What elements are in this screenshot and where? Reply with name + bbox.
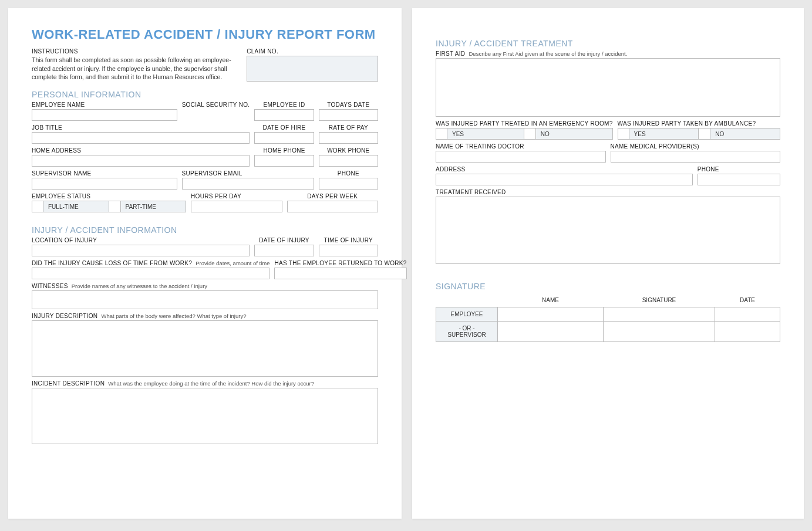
sig-col-signature: SIGNATURE — [604, 293, 715, 307]
supervisor-phone-input[interactable] — [319, 178, 378, 190]
er-yes-label: YES — [447, 128, 524, 140]
injury-desc-label: INJURY DESCRIPTION What parts of the bod… — [32, 313, 378, 319]
rate-of-pay-input[interactable] — [319, 132, 378, 144]
supervisor-phone-label: PHONE — [319, 170, 378, 177]
claim-no-label: CLAIM NO. — [247, 48, 378, 55]
work-phone-input[interactable] — [319, 155, 378, 167]
fulltime-label: FULL-TIME — [43, 201, 109, 212]
witnesses-input[interactable] — [32, 290, 378, 309]
first-aid-input[interactable] — [436, 58, 780, 117]
treatment-phone-label: PHONE — [698, 166, 780, 173]
date-of-hire-label: DATE OF HIRE — [254, 124, 314, 131]
returned-label: HAS THE EMPLOYEE RETURNED TO WORK? — [274, 260, 406, 266]
treatment-phone-input[interactable] — [698, 174, 780, 185]
home-phone-label: HOME PHONE — [254, 147, 314, 154]
signature-heading: SIGNATURE — [436, 282, 780, 291]
treatment-received-label: TREATMENT RECEIVED — [436, 189, 780, 195]
treatment-heading: INJURY / ACCIDENT TREATMENT — [436, 39, 780, 48]
employee-name-label: EMPLOYEE NAME — [32, 102, 177, 108]
er-question-label: WAS INJURED PARTY TREATED IN AN EMERGENC… — [436, 120, 613, 127]
job-title-input[interactable] — [32, 132, 250, 144]
work-phone-label: WORK PHONE — [319, 147, 378, 154]
parttime-label: PART-TIME — [121, 201, 187, 212]
form-title: WORK-RELATED ACCIDENT / INJURY REPORT FO… — [32, 27, 378, 42]
injury-heading: INJURY / ACCIDENT INFORMATION — [32, 225, 378, 235]
page-2: INJURY / ACCIDENT TREATMENT FIRST AID De… — [412, 8, 804, 519]
ambulance-question-label: WAS INJURED PARTY TAKEN BY AMBULANCE? — [618, 120, 780, 127]
date-of-hire-input[interactable] — [254, 132, 314, 144]
date-of-injury-label: DATE OF INJURY — [254, 237, 314, 243]
employee-id-label: EMPLOYEE ID — [254, 102, 314, 108]
sig-row-employee: EMPLOYEE — [436, 307, 498, 322]
days-per-week-input[interactable] — [287, 201, 378, 212]
supervisor-name-input[interactable] — [32, 178, 177, 190]
date-of-injury-input[interactable] — [254, 245, 314, 256]
sig-supervisor-name-input[interactable] — [498, 322, 604, 342]
amb-yes-checkbox[interactable] — [618, 128, 629, 140]
treatment-received-input[interactable] — [436, 197, 780, 264]
page-1: WORK-RELATED ACCIDENT / INJURY REPORT FO… — [8, 8, 402, 519]
job-title-label: JOB TITLE — [32, 124, 250, 131]
sig-row-supervisor: - OR - SUPERVISOR — [436, 322, 498, 342]
home-phone-input[interactable] — [254, 155, 314, 167]
sig-col-name: NAME — [498, 293, 604, 307]
time-of-injury-input[interactable] — [319, 245, 378, 256]
provider-label: NAME MEDICAL PROVIDER(S) — [611, 143, 781, 150]
days-per-week-label: DAYS PER WEEK — [287, 193, 378, 199]
supervisor-email-label: SUPERVISOR EMAIL — [182, 170, 314, 177]
parttime-checkbox[interactable] — [109, 201, 121, 212]
address-label: ADDRESS — [436, 166, 693, 173]
er-no-label: NO — [536, 128, 613, 140]
amb-no-label: NO — [710, 128, 780, 140]
er-yes-checkbox[interactable] — [436, 128, 447, 140]
instructions-label: INSTRUCTIONS — [32, 48, 242, 55]
employee-status-label: EMPLOYEE STATUS — [32, 193, 186, 199]
loss-time-label: DID THE INJURY CAUSE LOSS OF TIME FROM W… — [32, 260, 269, 266]
employee-id-input[interactable] — [254, 109, 314, 121]
home-address-label: HOME ADDRESS — [32, 147, 250, 154]
location-label: LOCATION OF INJURY — [32, 237, 250, 243]
sig-employee-date-input[interactable] — [715, 307, 780, 322]
claim-no-input[interactable] — [247, 56, 378, 82]
sig-col-date: DATE — [715, 293, 780, 307]
loss-time-input[interactable] — [32, 268, 269, 279]
provider-input[interactable] — [611, 151, 781, 163]
first-aid-label: FIRST AID Describe any First Aid given a… — [436, 50, 780, 57]
hours-per-day-label: HOURS PER DAY — [191, 193, 282, 199]
instructions-text: This form shall be completed as soon as … — [32, 56, 242, 81]
location-input[interactable] — [32, 245, 250, 256]
amb-no-checkbox[interactable] — [699, 128, 710, 140]
sig-employee-signature-input[interactable] — [604, 307, 715, 322]
home-address-input[interactable] — [32, 155, 250, 167]
fulltime-checkbox[interactable] — [32, 201, 43, 212]
incident-desc-input[interactable] — [32, 388, 378, 444]
doctor-label: NAME OF TREATING DOCTOR — [436, 143, 606, 150]
rate-of-pay-label: RATE OF PAY — [319, 124, 378, 131]
time-of-injury-label: TIME OF INJURY — [319, 237, 378, 243]
ssn-label: SOCIAL SECURITY NO. — [182, 102, 250, 108]
hours-per-day-input[interactable] — [191, 201, 282, 212]
todays-date-label: TODAYS DATE — [319, 102, 378, 108]
personal-heading: PERSONAL INFORMATION — [32, 90, 378, 99]
signature-table: NAME SIGNATURE DATE EMPLOYEE - OR - SUPE… — [436, 293, 780, 342]
sig-supervisor-date-input[interactable] — [715, 322, 780, 342]
returned-input[interactable] — [274, 268, 406, 279]
supervisor-email-input[interactable] — [182, 178, 314, 190]
address-input[interactable] — [436, 174, 693, 185]
sig-supervisor-signature-input[interactable] — [604, 322, 715, 342]
incident-desc-label: INCIDENT DESCRIPTION What was the employ… — [32, 380, 378, 387]
witnesses-label: WITNESSES Provide names of any witnesses… — [32, 283, 378, 289]
doctor-input[interactable] — [436, 151, 606, 163]
amb-yes-label: YES — [629, 128, 699, 140]
sig-employee-name-input[interactable] — [498, 307, 604, 322]
supervisor-name-label: SUPERVISOR NAME — [32, 170, 177, 177]
employee-name-input[interactable] — [32, 109, 177, 121]
er-no-checkbox[interactable] — [524, 128, 536, 140]
todays-date-input[interactable] — [319, 109, 378, 121]
injury-desc-input[interactable] — [32, 320, 378, 377]
